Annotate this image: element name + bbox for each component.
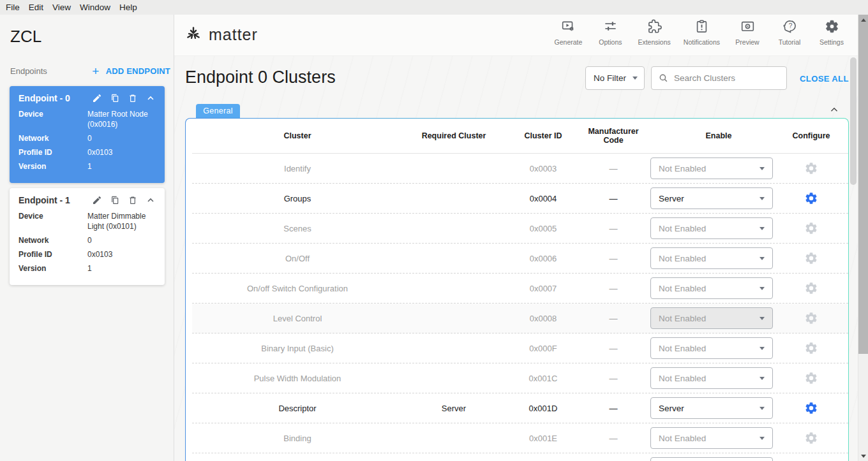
configure-gear-icon[interactable]	[804, 191, 818, 205]
chevron-down-icon	[760, 257, 765, 260]
endpoint-field: Network 0	[19, 133, 156, 143]
manufacturer-code: —	[581, 404, 645, 413]
delete-trash-icon[interactable]	[128, 93, 138, 103]
toolbar-action-preview[interactable]: Preview	[733, 19, 762, 46]
enable-select-value: Server	[659, 194, 684, 203]
endpoint-field-value: 0x0103	[87, 249, 156, 260]
column-header: Required Cluster	[403, 131, 505, 140]
search-box[interactable]	[651, 66, 787, 90]
endpoint-field-label: Version	[19, 263, 87, 274]
menu-item[interactable]: File	[6, 3, 20, 12]
toolbar-action-settings[interactable]: Settings	[817, 19, 846, 46]
cluster-id: 0x0003	[505, 164, 581, 173]
matter-logo-icon	[184, 25, 203, 44]
column-header: Enable	[645, 131, 792, 140]
manufacturer-code: —	[581, 224, 645, 233]
cluster-name: Binary Input (Basic)	[192, 344, 403, 353]
toolbar-action-label: Options	[599, 38, 622, 46]
enable-select[interactable]: Not Enabled	[650, 367, 773, 389]
matter-logo: matter	[184, 25, 258, 44]
endpoint-field: Network 0	[19, 235, 156, 245]
cluster-id: 0x0004	[505, 194, 581, 203]
copy-icon[interactable]	[110, 195, 120, 205]
endpoint-field-value: Matter Dimmable Light (0x0101)	[87, 211, 156, 231]
tab-general[interactable]: General	[196, 104, 240, 118]
menu-item[interactable]: Edit	[29, 3, 43, 12]
toolbar-action-notifications[interactable]: Notifications	[684, 19, 720, 46]
required-cluster: Server	[403, 404, 505, 413]
chevron-down-icon	[760, 407, 765, 410]
table-header: ClusterRequired ClusterCluster IDManufac…	[192, 119, 848, 154]
endpoint-field-value: Matter Root Node (0x0016)	[87, 109, 156, 129]
chevron-down-icon	[760, 167, 765, 170]
enable-select[interactable]: Server	[650, 397, 773, 419]
delete-trash-icon[interactable]	[128, 195, 138, 205]
close-all-button[interactable]: CLOSE ALL	[800, 74, 849, 84]
endpoint-field: Version 1	[19, 263, 156, 274]
window-scrollbar[interactable]	[858, 15, 868, 461]
scroll-down-arrow[interactable]	[858, 451, 868, 461]
manufacturer-code: —	[581, 434, 645, 443]
enable-select-value: Not Enabled	[659, 344, 706, 353]
cluster-name: Identify	[192, 164, 403, 173]
endpoint-field-label: Network	[19, 235, 87, 245]
add-endpoint-button[interactable]: + ADD ENDPOINT	[92, 65, 170, 77]
table-row: Groups 0x0004 — Server	[192, 184, 848, 214]
endpoints-label: Endpoints	[10, 66, 47, 76]
toolbar-action-extensions[interactable]: Extensions	[638, 19, 670, 46]
menu-item[interactable]: View	[52, 3, 71, 12]
enable-select[interactable]: Not Enabled	[650, 427, 773, 449]
manufacturer-code: —	[581, 194, 645, 203]
enable-select[interactable]: Not Enabled	[650, 217, 773, 239]
enable-select[interactable]: Not Enabled	[650, 247, 773, 269]
enable-select-value: Not Enabled	[659, 374, 706, 383]
menu-item[interactable]: Window	[80, 3, 110, 12]
enable-select-value: Server	[659, 404, 684, 413]
manufacturer-code: —	[581, 314, 645, 323]
edit-pencil-icon[interactable]	[92, 195, 102, 205]
toolbar-action-options[interactable]: Options	[595, 19, 625, 46]
matter-logo-text: matter	[209, 26, 258, 44]
table-row: Binary Input (Basic) 0x000F — Not Enable…	[192, 333, 848, 363]
scroll-up-arrow[interactable]	[858, 15, 868, 25]
filter-dropdown[interactable]: No Filter	[585, 66, 645, 90]
endpoint-field: Profile ID 0x0103	[19, 249, 156, 260]
plus-icon: +	[92, 65, 99, 77]
toolbar-action-label: Generate	[555, 38, 583, 46]
column-header: Cluster ID	[505, 131, 581, 140]
collapse-section-chevron-icon[interactable]	[828, 104, 840, 115]
window-scrollbar-thumb[interactable]	[858, 15, 868, 354]
table-row: On/Off 0x0006 — Not Enabled	[192, 244, 848, 274]
enable-select[interactable]: Not Enabled	[650, 337, 773, 359]
page-title: Endpoint 0 Clusters	[185, 68, 336, 87]
edit-pencil-icon[interactable]	[92, 93, 102, 103]
enable-select[interactable]	[650, 457, 773, 461]
cluster-id: 0x0005	[505, 224, 581, 233]
extensions-icon	[647, 19, 662, 36]
toolbar-action-tutorial[interactable]: ? Tutorial	[775, 19, 804, 46]
enable-select[interactable]: Server	[650, 187, 773, 209]
configure-gear-icon[interactable]	[804, 401, 818, 415]
column-header: Configure	[792, 131, 830, 140]
main-content: Endpoint 0 Clusters No Filter CLOSE ALL …	[174, 56, 858, 461]
filter-dropdown-value: No Filter	[594, 73, 626, 83]
panel-scrollbar-thumb[interactable]	[850, 57, 857, 185]
search-input[interactable]	[674, 73, 780, 83]
endpoint-card-1[interactable]: Endpoint - 1 Device Matter Dimmable Ligh…	[10, 188, 165, 285]
collapse-chevron-icon[interactable]	[146, 93, 156, 103]
menu-item[interactable]: Help	[119, 3, 137, 12]
cluster-name: On/off Switch Configuration	[192, 284, 403, 293]
copy-icon[interactable]	[110, 93, 120, 103]
collapse-chevron-icon[interactable]	[146, 195, 156, 205]
configure-gear-icon	[804, 341, 818, 355]
table-row-partial	[192, 453, 848, 461]
toolbar-action-generate[interactable]: Generate	[553, 19, 583, 46]
endpoint-field: Version 1	[19, 161, 156, 172]
notifications-icon	[694, 19, 709, 36]
enable-select[interactable]: Not Enabled	[650, 277, 773, 299]
chevron-down-icon	[760, 347, 765, 350]
enable-select[interactable]: Not Enabled	[650, 157, 773, 179]
endpoint-card-0[interactable]: Endpoint - 0 Device Matter Root Node (0x…	[10, 86, 165, 183]
column-header: Cluster	[192, 131, 403, 140]
enable-select[interactable]: Not Enabled	[650, 307, 773, 329]
